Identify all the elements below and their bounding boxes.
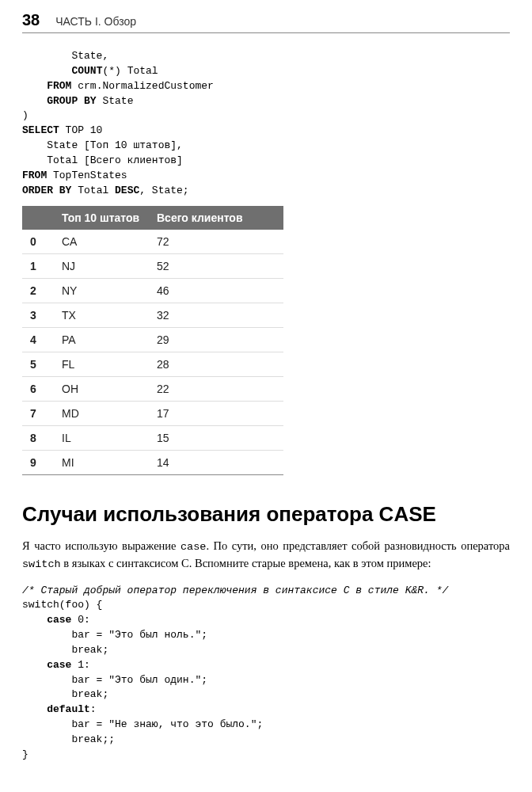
- code-line: case 0:: [22, 614, 90, 626]
- code-line: SELECT TOP 10: [22, 124, 102, 136]
- book-page: 38 ЧАСТЬ I. Обзор State, COUNT(*) Total …: [0, 0, 532, 786]
- code-line: GROUP BY State: [22, 95, 133, 107]
- cell-state: IL: [54, 426, 149, 451]
- code-comment: /* Старый добрый оператор переключения в…: [22, 584, 448, 596]
- col-state: Топ 10 штатов: [54, 206, 149, 230]
- cell-index: 4: [22, 328, 54, 352]
- code-line: State [Топ 10 штатов],: [22, 139, 183, 151]
- code-line: break;: [22, 688, 108, 700]
- code-line: default:: [22, 703, 97, 715]
- table-row: 5FL28: [22, 352, 283, 377]
- table-row: 0CA72: [22, 230, 283, 254]
- inline-code: case: [180, 541, 206, 553]
- cell-state: TX: [54, 303, 149, 328]
- cell-state: NJ: [54, 254, 149, 279]
- cell-total: 32: [149, 303, 283, 328]
- code-line: COUNT(*) Total: [22, 65, 158, 77]
- code-line: State,: [22, 50, 108, 62]
- result-table: Топ 10 штатов Всего клиентов 0CA721NJ522…: [22, 206, 283, 475]
- cell-total: 72: [149, 230, 283, 254]
- table-row: 2NY46: [22, 279, 283, 303]
- code-line: ): [22, 109, 28, 121]
- cell-index: 6: [22, 377, 54, 402]
- code-line: switch(foo) {: [22, 599, 102, 611]
- code-line: FROM TopTenStates: [22, 169, 127, 181]
- cell-total: 29: [149, 328, 283, 352]
- c-code-block: /* Старый добрый оператор переключения в…: [22, 584, 510, 763]
- cell-total: 46: [149, 279, 283, 303]
- table-row: 3TX32: [22, 303, 283, 328]
- code-line: case 1:: [22, 659, 90, 671]
- cell-state: MD: [54, 402, 149, 426]
- section-heading: Случаи использования оператора CASE: [22, 502, 510, 527]
- cell-index: 3: [22, 303, 54, 328]
- code-line: break;: [22, 644, 108, 656]
- cell-state: PA: [54, 328, 149, 352]
- cell-total: 14: [149, 451, 283, 475]
- cell-total: 52: [149, 254, 283, 279]
- code-line: }: [22, 748, 28, 760]
- code-line: bar = "Это был ноль.";: [22, 629, 207, 641]
- code-line: ORDER BY Total DESC, State;: [22, 185, 189, 196]
- cell-total: 22: [149, 377, 283, 402]
- cell-state: OH: [54, 377, 149, 402]
- cell-index: 7: [22, 402, 54, 426]
- cell-index: 9: [22, 451, 54, 475]
- cell-index: 8: [22, 426, 54, 451]
- cell-state: NY: [54, 279, 149, 303]
- cell-total: 28: [149, 352, 283, 377]
- body-paragraph: Я часто использую выражение case. По сут…: [22, 538, 510, 572]
- page-header: 38 ЧАСТЬ I. Обзор: [22, 11, 510, 33]
- cell-state: MI: [54, 451, 149, 475]
- page-number: 38: [22, 11, 40, 29]
- code-line: bar = "Это был один.";: [22, 674, 207, 686]
- table-row: 7MD17: [22, 402, 283, 426]
- code-line: break;;: [22, 733, 115, 745]
- cell-state: FL: [54, 352, 149, 377]
- table-row: 6OH22: [22, 377, 283, 402]
- section-title: ЧАСТЬ I. Обзор: [55, 15, 136, 28]
- col-total: Всего клиентов: [149, 206, 283, 230]
- cell-state: CA: [54, 230, 149, 254]
- cell-total: 17: [149, 402, 283, 426]
- sql-code-block: State, COUNT(*) Total FROM crm.Normalize…: [22, 49, 510, 198]
- table-row: 4PA29: [22, 328, 283, 352]
- code-line: FROM crm.NormalizedCustomer: [22, 80, 214, 92]
- table-row: 1NJ52: [22, 254, 283, 279]
- cell-index: 2: [22, 279, 54, 303]
- table-header-row: Топ 10 штатов Всего клиентов: [22, 206, 283, 230]
- code-line: bar = "Не знаю, что это было.";: [22, 718, 263, 730]
- col-index: [22, 206, 54, 230]
- cell-index: 5: [22, 352, 54, 377]
- table-row: 9MI14: [22, 451, 283, 475]
- cell-index: 1: [22, 254, 54, 279]
- inline-code: switch: [22, 558, 61, 570]
- code-line: Total [Всего клиентов]: [22, 154, 183, 166]
- cell-index: 0: [22, 230, 54, 254]
- table-row: 8IL15: [22, 426, 283, 451]
- cell-total: 15: [149, 426, 283, 451]
